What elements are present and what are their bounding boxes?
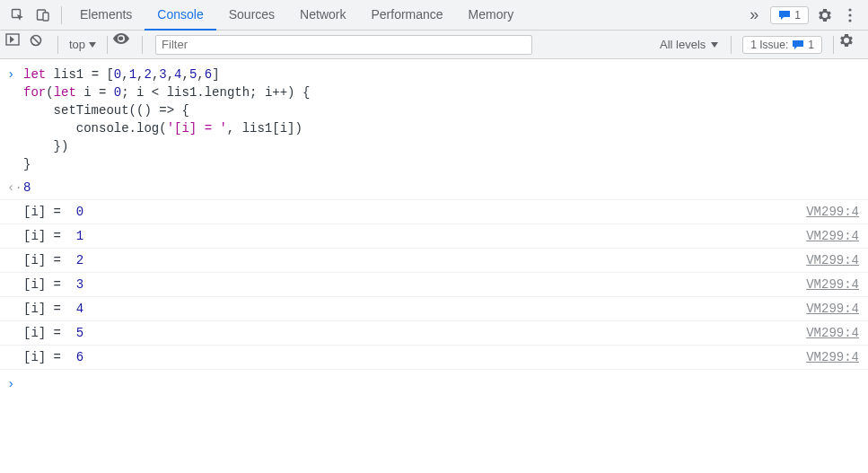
gear-icon[interactable] xyxy=(839,33,863,57)
tab-strip: ElementsConsoleSourcesNetworkPerformance… xyxy=(67,0,741,31)
tab-elements[interactable]: Elements xyxy=(67,0,145,31)
issues-label: 1 Issue: xyxy=(750,39,788,51)
result-value: 8 xyxy=(23,179,31,197)
messages-count: 1 xyxy=(794,9,801,22)
log-source-link[interactable]: VM299:4 xyxy=(806,251,859,269)
separator xyxy=(833,36,834,54)
filter-input[interactable] xyxy=(155,35,532,55)
separator xyxy=(107,36,108,54)
console-log-row: [i] = 1VM299:4 xyxy=(0,224,868,249)
device-toggle-icon[interactable] xyxy=(32,4,54,26)
console-log-row: [i] = 4VM299:4 xyxy=(0,297,868,321)
result-icon: ‹· xyxy=(7,179,23,197)
log-message: [i] = 2 xyxy=(23,251,806,269)
console-input-block: › let lis1 = [0,1,2,3,4,5,6] for(let i =… xyxy=(0,63,868,176)
eye-icon[interactable] xyxy=(113,33,136,57)
log-message: [i] = 5 xyxy=(23,324,806,342)
log-source-link[interactable]: VM299:4 xyxy=(806,276,859,293)
prompt-icon: › xyxy=(7,375,23,393)
chevron-down-icon xyxy=(711,42,718,48)
tab-performance[interactable]: Performance xyxy=(358,0,455,31)
console-result-row: ‹· 8 xyxy=(0,176,868,200)
prompt-input[interactable] xyxy=(23,375,859,391)
console-log-row: [i] = 5VM299:4 xyxy=(0,321,868,346)
inspect-icon[interactable] xyxy=(7,4,29,26)
messages-badge[interactable]: 1 xyxy=(770,6,809,24)
tab-memory[interactable]: Memory xyxy=(456,0,527,31)
devtools-topbar: ElementsConsoleSourcesNetworkPerformance… xyxy=(0,0,868,31)
topbar-right: 1 xyxy=(767,4,863,26)
console-log-row: [i] = 2VM299:4 xyxy=(0,249,868,273)
log-source-link[interactable]: VM299:4 xyxy=(806,300,859,318)
separator xyxy=(142,36,143,54)
log-source-link[interactable]: VM299:4 xyxy=(806,324,859,342)
chevron-down-icon xyxy=(89,42,96,48)
svg-point-4 xyxy=(848,13,851,16)
sidebar-toggle-icon[interactable] xyxy=(5,33,29,57)
clear-console-icon[interactable] xyxy=(29,33,52,57)
log-source-link[interactable]: VM299:4 xyxy=(806,348,859,366)
log-message: [i] = 0 xyxy=(23,203,806,221)
kebab-icon[interactable] xyxy=(839,4,861,26)
console-log-row: [i] = 6VM299:4 xyxy=(0,346,868,370)
issues-button[interactable]: 1 Issue: 1 xyxy=(742,36,822,54)
message-icon xyxy=(792,39,804,50)
console-log-row: [i] = 3VM299:4 xyxy=(0,273,868,297)
prompt-icon: › xyxy=(7,66,23,83)
levels-selector[interactable]: All levels xyxy=(653,38,725,51)
separator xyxy=(57,36,58,54)
tab-console[interactable]: Console xyxy=(145,0,215,31)
tab-network[interactable]: Network xyxy=(287,0,358,31)
gear-icon[interactable] xyxy=(814,4,836,26)
context-selector[interactable]: top xyxy=(64,38,101,51)
issues-count: 1 xyxy=(808,39,814,51)
log-message: [i] = 6 xyxy=(23,348,806,366)
console-body: › let lis1 = [0,1,2,3,4,5,6] for(let i =… xyxy=(0,59,868,399)
log-source-link[interactable]: VM299:4 xyxy=(806,227,859,245)
input-code: let lis1 = [0,1,2,3,4,5,6] for(let i = 0… xyxy=(23,66,859,173)
separator xyxy=(731,36,732,54)
levels-label: All levels xyxy=(660,38,706,51)
svg-point-5 xyxy=(848,19,851,22)
console-prompt[interactable]: › xyxy=(0,370,868,399)
console-log-row: [i] = 0VM299:4 xyxy=(0,200,868,224)
log-message: [i] = 1 xyxy=(23,227,806,245)
log-source-link[interactable]: VM299:4 xyxy=(806,203,859,221)
log-message: [i] = 4 xyxy=(23,300,806,318)
tab-sources[interactable]: Sources xyxy=(216,0,287,31)
console-toolbar: top All levels 1 Issue: 1 xyxy=(0,31,868,59)
svg-point-3 xyxy=(848,8,851,11)
context-label: top xyxy=(69,38,85,51)
more-tabs-icon[interactable]: » xyxy=(743,4,765,26)
separator xyxy=(61,6,62,24)
log-message: [i] = 3 xyxy=(23,276,806,293)
svg-rect-2 xyxy=(43,13,48,21)
